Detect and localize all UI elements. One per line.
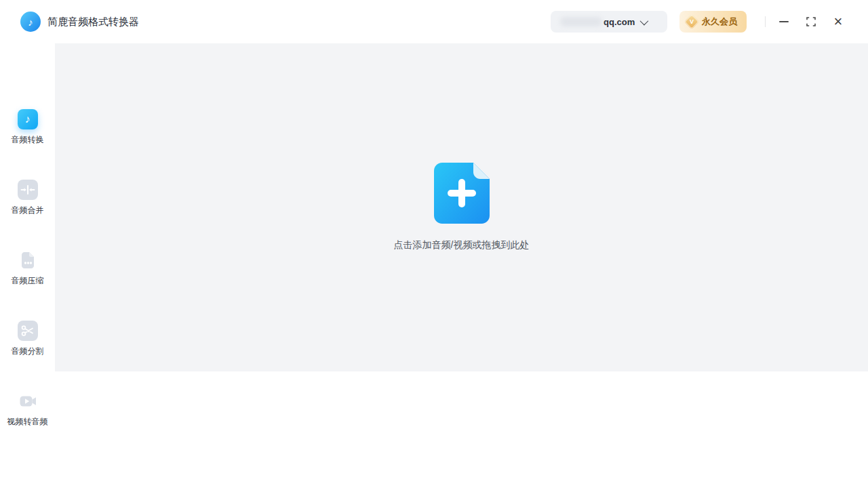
close-button[interactable]: × (829, 12, 848, 31)
maximize-icon (806, 17, 816, 26)
chevron-down-icon (640, 16, 649, 25)
sidebar-item-audio-merge[interactable]: 音频合并 (0, 180, 55, 216)
sidebar-item-label: 音频合并 (12, 205, 44, 216)
minimize-button[interactable] (774, 12, 793, 31)
settings-panel: 添加文件 添加文件夹 删除选中 格式 AMR 采样率 与源音频一致 音量 (0, 371, 868, 488)
sidebar-item-label: 视频转音频 (7, 416, 48, 428)
video-camera-icon (18, 391, 38, 411)
scissors-icon (18, 321, 38, 341)
account-dropdown[interactable]: qq.com (551, 11, 667, 33)
app-title: 简鹿音频格式转换器 (47, 0, 139, 43)
sidebar-item-label: 音频转换 (12, 134, 44, 146)
app-logo-icon: ♪ (20, 12, 41, 32)
sidebar-item-audio-split[interactable]: 音频分割 (0, 321, 55, 357)
sidebar-item-video-to-audio[interactable]: 视频转音频 (0, 391, 55, 428)
file-plus-icon (434, 163, 490, 224)
account-email-label: qq.com (604, 17, 635, 27)
close-icon: × (834, 13, 843, 30)
vip-gem-icon: V (684, 14, 700, 30)
sidebar-item-label: 音频分割 (12, 346, 44, 357)
sidebar-item-label: 音频压缩 (12, 275, 44, 287)
merge-icon (18, 180, 38, 200)
file-list-area: 点击添加音频/视频或拖拽到此处 (55, 43, 868, 371)
minimize-icon (779, 21, 789, 22)
blurred-email-text (560, 17, 602, 26)
music-note-icon: ♪ (18, 109, 38, 129)
vip-member-badge[interactable]: V 永久会员 (679, 11, 747, 33)
maximize-button[interactable] (802, 12, 821, 31)
sidebar-item-audio-compress[interactable]: 音频压缩 (0, 250, 55, 287)
sidebar: ♪ 音频转换 音频合并 音频压缩 音频分割 (0, 43, 55, 488)
header-divider (765, 16, 766, 27)
sidebar-item-audio-convert[interactable]: ♪ 音频转换 (0, 109, 55, 146)
title-bar: ♪ 简鹿音频格式转换器 qq.com V 永久会员 × (0, 0, 868, 43)
dropzone-caption: 点击添加音频/视频或拖拽到此处 (394, 239, 530, 251)
dropzone[interactable]: 点击添加音频/视频或拖拽到此处 (55, 43, 868, 371)
vip-member-label: 永久会员 (702, 16, 737, 28)
compress-file-icon (18, 250, 38, 270)
